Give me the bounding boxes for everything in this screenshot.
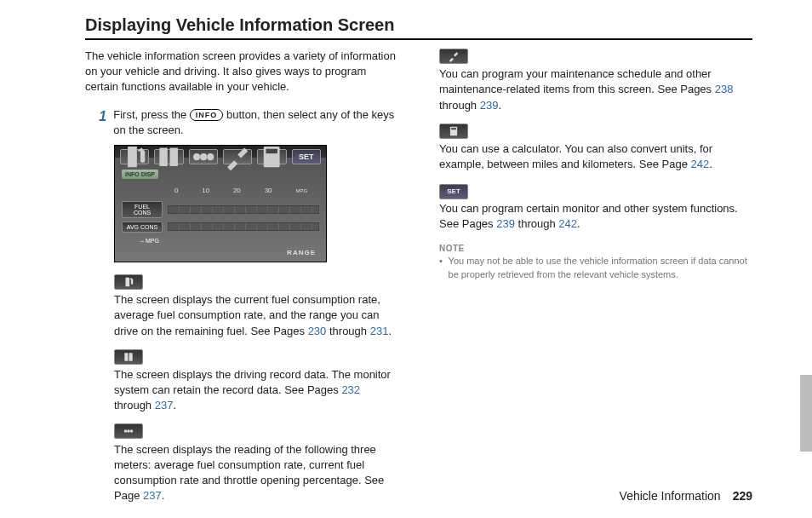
ss-tab-record-icon: [154, 149, 183, 164]
page-title: Displaying Vehicle Information Screen: [85, 15, 752, 40]
svg-rect-9: [451, 128, 456, 130]
block-fuel: The screen displays the current fuel con…: [114, 274, 398, 339]
ss-tab-fuel-icon: [120, 149, 149, 164]
block-set: SET You can program certain monitor and …: [439, 182, 752, 232]
block-calculator: You can use a calculator. You can also c…: [439, 124, 752, 173]
svg-point-2: [207, 153, 214, 160]
page-ref: 231: [370, 325, 389, 337]
svg-point-6: [127, 430, 130, 434]
page-footer: Vehicle Information229: [620, 489, 752, 503]
step-number: 1: [97, 107, 106, 126]
thumb-index-tab: [800, 375, 812, 452]
page-ref: 237: [143, 489, 162, 502]
svg-point-5: [124, 430, 128, 434]
page-ref: 237: [155, 399, 174, 412]
page-ref: 242: [558, 217, 577, 230]
ss-fuel-bar: [168, 205, 319, 214]
ss-avg-cons-label: AVG CONS: [122, 222, 163, 233]
record-book-icon: [114, 349, 143, 365]
three-gauges-icon: [114, 423, 143, 439]
footer-section: Vehicle Information: [620, 489, 721, 503]
ss-fuel-cons-label: FUEL CONS: [122, 201, 163, 218]
svg-rect-4: [266, 149, 277, 153]
note-label: NOTE: [439, 244, 752, 253]
calculator-icon: [439, 124, 468, 139]
page-ref: 232: [341, 383, 360, 396]
ss-mpg-label: – MPG: [122, 236, 163, 245]
ss-tab-maintenance-icon: [223, 149, 252, 164]
svg-point-1: [200, 153, 207, 160]
note-item: • You may not be able to use the vehicle…: [439, 255, 752, 281]
svg-point-7: [130, 430, 134, 434]
ss-range-label: RANGE: [287, 249, 316, 256]
fuel-pump-icon: [114, 274, 143, 290]
intro-paragraph: The vehicle information screen provides …: [85, 49, 398, 95]
ss-tab-meters-icon: [189, 149, 218, 164]
ss-avg-bar: [168, 222, 319, 231]
step-text-pre: First, press the: [113, 108, 190, 121]
block-maintenance: You can program your maintenance schedul…: [439, 49, 752, 113]
vehicle-info-screenshot: SET INFO DISP 0 10 20 30 MPG: [114, 145, 327, 262]
page-ref: 242: [691, 158, 710, 170]
block-meters: The screen displays the reading of the f…: [114, 423, 398, 504]
page-ref: 238: [715, 83, 734, 95]
ss-info-disp-label: INFO DISP: [122, 170, 158, 179]
page-ref: 239: [496, 217, 515, 230]
step-1: 1 First, press the INFO button, then sel…: [97, 107, 398, 138]
set-icon: SET: [439, 184, 468, 199]
page-ref: 239: [480, 99, 499, 112]
svg-point-0: [193, 153, 200, 160]
wrench-icon: [439, 49, 468, 64]
block-record: The screen displays the driving record d…: [114, 349, 398, 414]
page-ref: 230: [308, 325, 327, 337]
info-button-label: INFO: [190, 109, 224, 121]
ss-tab-set: SET: [292, 149, 321, 164]
footer-page-number: 229: [733, 489, 752, 503]
ss-tab-calculator-icon: [257, 149, 286, 164]
